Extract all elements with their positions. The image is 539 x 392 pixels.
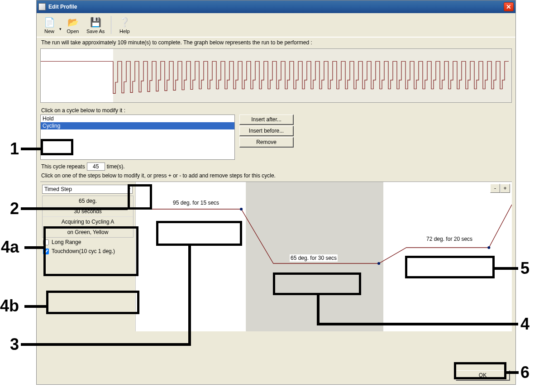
edit-profile-window: Edit Profile ✕ 📄 New ▾ 📂 Open 💾 Save As …	[36, 0, 516, 385]
step-properties-panel: Timed Step ▾ 65 deg. 30 seconds Acquirin…	[40, 182, 135, 331]
chevron-down-icon: ▾	[128, 186, 130, 192]
repeat-prefix: This cycle repeats	[41, 163, 85, 170]
titlebar: Edit Profile ✕	[37, 0, 515, 13]
toolbar: 📄 New ▾ 📂 Open 💾 Save As ❔ Help	[37, 13, 515, 38]
run-summary: The run will take approximately 109 minu…	[40, 38, 512, 48]
step-temp-button[interactable]: 65 deg.	[43, 196, 133, 206]
step-type-label: Timed Step	[44, 186, 72, 192]
annotation-2: 2	[10, 199, 19, 218]
svg-rect-0	[41, 49, 113, 102]
long-range-row[interactable]: Long Range	[42, 238, 134, 247]
close-icon: ✕	[506, 3, 511, 10]
insert-before-button[interactable]: Insert before...	[239, 126, 294, 136]
help-button[interactable]: ❔ Help	[114, 15, 134, 35]
cycle-list[interactable]: Hold Cycling	[40, 115, 235, 160]
open-button[interactable]: 📂 Open	[63, 15, 83, 35]
repeat-row: This cycle repeats time(s).	[40, 160, 512, 172]
touchdown-row[interactable]: Touchdown(10 cyc 1 deg.)	[42, 247, 134, 256]
step-acquire-button[interactable]: Acquiring to Cycling A	[43, 217, 133, 227]
step-channels-button[interactable]: on Green, Yellow	[43, 227, 133, 237]
touchdown-checkbox[interactable]	[43, 249, 49, 254]
step-label-65[interactable]: 65 deg. for 30 secs	[290, 254, 338, 262]
touchdown-label: Touchdown(10 cyc 1 deg.)	[52, 248, 115, 254]
run-profile-graph[interactable]	[40, 48, 512, 103]
new-icon: 📄	[43, 16, 56, 29]
window-title: Edit Profile	[48, 4, 77, 10]
ok-accelerator: O	[479, 372, 483, 378]
annotation-6: 6	[520, 363, 529, 382]
remove-cycle-button[interactable]: Remove	[239, 137, 294, 148]
annotation-4b: 4b	[0, 296, 19, 316]
help-icon: ❔	[118, 16, 131, 29]
repeat-count-input[interactable]	[87, 163, 105, 171]
annotation-3: 3	[10, 335, 19, 354]
annotation-5: 5	[520, 259, 529, 278]
annotation-1: 1	[10, 139, 19, 158]
help-label: Help	[119, 29, 130, 34]
cycle-item-cycling[interactable]: Cycling	[41, 122, 234, 129]
svg-rect-1	[113, 49, 511, 102]
long-range-checkbox[interactable]	[43, 239, 49, 245]
step-editor: Timed Step ▾ 65 deg. 30 seconds Acquirin…	[40, 182, 512, 331]
step-label-95[interactable]: 95 deg. for 15 secs	[172, 199, 220, 206]
new-dropdown[interactable]: ▾	[59, 19, 63, 31]
long-range-label: Long Range	[52, 239, 81, 245]
annotation-4a: 4a	[1, 238, 19, 257]
ok-button[interactable]: OK	[456, 370, 510, 381]
insert-after-button[interactable]: Insert after...	[239, 115, 294, 125]
svg-rect-4	[383, 182, 512, 331]
open-label: Open	[67, 29, 79, 34]
svg-point-6	[377, 262, 380, 265]
new-button[interactable]: 📄 New	[39, 15, 59, 35]
close-button[interactable]: ✕	[504, 2, 514, 11]
svg-point-5	[240, 208, 243, 210]
repeat-suffix: time(s).	[107, 163, 125, 170]
toolbar-separator	[111, 16, 112, 34]
save-as-label: Save As	[86, 29, 105, 34]
add-step-button[interactable]: +	[500, 184, 510, 193]
steps-instruction: Click on one of the steps below to modif…	[40, 172, 512, 182]
step-duration-button[interactable]: 30 seconds	[43, 206, 133, 217]
remove-step-button[interactable]: -	[490, 184, 500, 193]
new-label: New	[44, 29, 54, 34]
annotation-4: 4	[520, 315, 529, 334]
cycle-list-label: Click on a cycle below to modify it :	[40, 106, 512, 115]
ok-label: K	[483, 372, 487, 378]
cycle-item-hold[interactable]: Hold	[41, 115, 234, 122]
cycle-step-graph[interactable]: - + 95 deg. for 15 secs 65 deg. for 3	[135, 182, 512, 331]
save-as-button[interactable]: 💾 Save As	[83, 15, 108, 35]
open-icon: 📂	[67, 16, 79, 29]
app-icon	[38, 3, 46, 10]
step-label-72[interactable]: 72 deg. for 20 secs	[425, 235, 473, 243]
step-type-select[interactable]: Timed Step ▾	[42, 185, 133, 194]
save-icon: 💾	[89, 16, 102, 29]
svg-point-7	[487, 246, 490, 249]
